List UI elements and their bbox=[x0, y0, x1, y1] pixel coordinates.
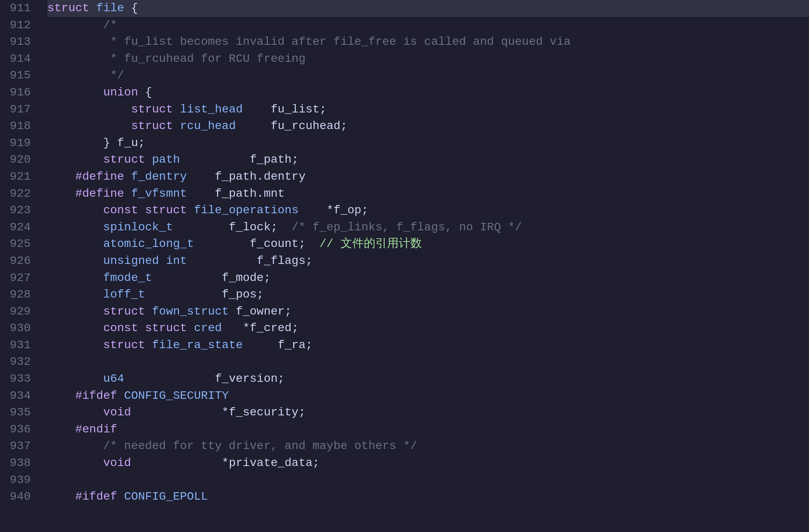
token-kw: struct bbox=[47, 0, 89, 17]
code-content[interactable]: struct file { /* * fu_list becomes inval… bbox=[37, 0, 809, 532]
line-number: 927 bbox=[3, 270, 31, 287]
code-line: unsigned int f_flags; bbox=[47, 253, 809, 270]
token-plain: f_count; bbox=[194, 236, 319, 253]
line-number: 912 bbox=[3, 17, 31, 34]
line-number: 939 bbox=[3, 472, 31, 489]
token-type: u64 bbox=[103, 371, 124, 388]
token-comment-green: // 文件的引用计数 bbox=[319, 236, 422, 253]
code-line: #endif bbox=[47, 421, 809, 438]
token-kw: void bbox=[103, 404, 131, 421]
code-line: } f_u; bbox=[47, 135, 809, 152]
code-line: void *f_security; bbox=[47, 404, 809, 421]
line-number: 929 bbox=[3, 303, 31, 320]
line-number: 911 bbox=[3, 0, 31, 17]
token-plain bbox=[124, 168, 131, 185]
token-plain bbox=[47, 101, 131, 118]
token-plain bbox=[138, 320, 145, 337]
code-line: void *private_data; bbox=[47, 455, 809, 472]
token-macro-name: CONFIG_EPOLL bbox=[124, 488, 208, 505]
token-plain bbox=[47, 286, 103, 303]
token-kw2: int bbox=[166, 253, 187, 270]
token-plain: f_path.mnt bbox=[187, 185, 284, 203]
code-line: */ bbox=[47, 67, 809, 84]
token-macro: #define bbox=[75, 168, 124, 185]
token-kw: struct bbox=[103, 337, 145, 354]
token-plain bbox=[47, 118, 131, 135]
code-line: const struct cred *f_cred; bbox=[47, 320, 809, 337]
token-type: fown_struct bbox=[152, 303, 229, 320]
token-plain: *f_cred; bbox=[222, 320, 299, 337]
token-plain: *private_data; bbox=[131, 455, 320, 472]
line-number: 919 bbox=[3, 135, 31, 152]
code-line: * fu_rcuhead for RCU freeing bbox=[47, 51, 809, 68]
token-plain bbox=[47, 455, 103, 472]
token-plain: f_owner; bbox=[229, 303, 292, 320]
code-line: #ifdef CONFIG_EPOLL bbox=[47, 488, 809, 505]
token-plain bbox=[47, 303, 103, 320]
token-plain bbox=[47, 421, 75, 438]
token-kw: struct bbox=[131, 101, 173, 118]
token-macro-name: CONFIG_SECURITY bbox=[124, 388, 229, 405]
token-plain bbox=[47, 388, 75, 405]
code-line: spinlock_t f_lock; /* f_ep_links, f_flag… bbox=[47, 219, 809, 236]
token-type: file_ra_state bbox=[152, 337, 243, 354]
token-kw: void bbox=[103, 455, 131, 472]
token-type: file bbox=[96, 0, 124, 17]
token-plain bbox=[47, 320, 103, 337]
token-plain bbox=[47, 17, 103, 34]
token-plain bbox=[145, 303, 152, 320]
code-line: /* needed for tty driver, and maybe othe… bbox=[47, 438, 809, 455]
line-number: 936 bbox=[3, 421, 31, 438]
token-plain bbox=[47, 404, 103, 421]
code-line: struct file_ra_state f_ra; bbox=[47, 337, 809, 354]
line-number: 917 bbox=[3, 101, 31, 118]
token-plain bbox=[47, 219, 103, 236]
token-plain bbox=[47, 51, 103, 68]
line-numbers: 9119129139149159169179189199209219229239… bbox=[0, 0, 37, 532]
token-plain bbox=[145, 151, 152, 168]
token-plain bbox=[47, 438, 103, 455]
line-number: 918 bbox=[3, 118, 31, 135]
token-comment: /* needed for tty driver, and maybe othe… bbox=[103, 438, 417, 455]
token-comment: * fu_rcuhead for RCU freeing bbox=[103, 51, 305, 68]
code-line: union { bbox=[47, 84, 809, 101]
line-number: 924 bbox=[3, 219, 31, 236]
line-number: 933 bbox=[3, 371, 31, 388]
token-plain: *f_op; bbox=[299, 202, 368, 219]
line-number: 940 bbox=[3, 488, 31, 505]
token-plain bbox=[89, 0, 96, 17]
token-plain bbox=[173, 118, 180, 135]
code-line: fmode_t f_mode; bbox=[47, 270, 809, 287]
line-number: 935 bbox=[3, 404, 31, 421]
code-line: #ifdef CONFIG_SECURITY bbox=[47, 388, 809, 405]
token-plain bbox=[187, 320, 194, 337]
token-macro: #ifdef bbox=[75, 388, 117, 405]
code-line: struct fown_struct f_owner; bbox=[47, 303, 809, 320]
line-number: 916 bbox=[3, 84, 31, 101]
code-line: #define f_vfsmnt f_path.mnt bbox=[47, 185, 809, 203]
token-macro-name: f_vfsmnt bbox=[131, 185, 187, 203]
token-plain bbox=[47, 84, 103, 101]
token-type: cred bbox=[194, 320, 222, 337]
token-plain: f_flags; bbox=[187, 253, 312, 270]
token-kw: union bbox=[103, 84, 138, 101]
token-comment: /* f_ep_links, f_flags, no IRQ */ bbox=[292, 219, 522, 236]
token-plain: { bbox=[138, 84, 152, 101]
token-macro: #endif bbox=[75, 421, 117, 438]
token-comment: /* bbox=[103, 17, 117, 34]
token-plain bbox=[47, 488, 75, 505]
token-macro-name: f_dentry bbox=[131, 168, 187, 185]
code-line: struct file { bbox=[47, 0, 809, 17]
token-plain: f_ra; bbox=[243, 337, 313, 354]
code-line: /* bbox=[47, 17, 809, 34]
line-number: 932 bbox=[3, 354, 31, 371]
token-plain: } f_u; bbox=[103, 135, 145, 152]
token-plain bbox=[47, 253, 103, 270]
token-plain bbox=[47, 185, 75, 203]
code-line: const struct file_operations *f_op; bbox=[47, 202, 809, 219]
token-plain bbox=[47, 135, 103, 152]
token-kw: struct bbox=[145, 202, 187, 219]
token-type: loff_t bbox=[103, 286, 145, 303]
token-plain: f_lock; bbox=[173, 219, 292, 236]
line-number: 923 bbox=[3, 202, 31, 219]
